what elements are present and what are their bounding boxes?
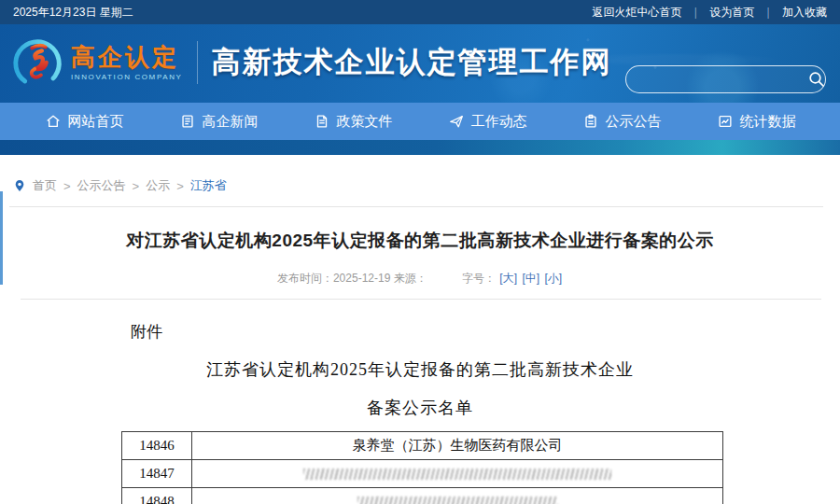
home-icon xyxy=(45,113,62,130)
paper-plane-icon xyxy=(448,113,465,130)
nav-label: 公示公告 xyxy=(606,113,662,131)
crumb-home[interactable]: 首页 xyxy=(33,177,57,194)
logo-swirl-icon xyxy=(9,35,67,90)
breadcrumb: 首页 > 公示公告 > 公示 > 江苏省 xyxy=(0,155,840,194)
table-row: 14848 xyxy=(122,488,723,504)
font-size-label: 字号： xyxy=(462,272,496,285)
brand-divider xyxy=(197,41,198,84)
nav-item-statistics[interactable]: 统计数据 xyxy=(717,113,796,131)
nav-item-updates[interactable]: 工作动态 xyxy=(448,113,527,131)
logo-title: 高企认定 xyxy=(71,45,182,69)
location-pin-icon xyxy=(13,178,26,193)
crumb-publicity[interactable]: 公示 xyxy=(146,177,170,194)
search-input[interactable] xyxy=(626,66,807,92)
link-torch-center-home[interactable]: 返回火炬中心首页 xyxy=(592,5,681,21)
serial-number: 14846 xyxy=(122,432,192,460)
article-meta: 发布时间：2025-12-19 来源： 字号： [大] [中] [小] xyxy=(0,271,840,287)
company-name: 泉养堂（江苏）生物医药有限公司 xyxy=(192,432,723,460)
main-navigation: 网站首页 高企新闻 政策文件 工作动态 xyxy=(0,103,840,140)
redacted-company-name xyxy=(303,469,611,480)
source-label: 来源： xyxy=(394,272,427,285)
link-add-favorite[interactable]: 加入收藏 xyxy=(782,5,827,21)
publish-time-label: 发布时间： xyxy=(277,272,333,285)
font-size-small[interactable]: [小] xyxy=(544,272,562,285)
table-row: 14847 xyxy=(122,460,723,488)
site-header: 高企认定 INNOVATION COMPANY 高新技术企业认定管理工作网 xyxy=(0,24,840,103)
policy-document-icon xyxy=(314,113,330,130)
crumb-separator: > xyxy=(133,179,140,193)
header-bottom-strip xyxy=(0,140,840,155)
nav-label: 统计数据 xyxy=(740,113,796,131)
nav-label: 工作动态 xyxy=(471,113,527,131)
top-utility-bar: 2025年12月23日 星期二 返回火炬中心首页 ｜ 设为首页 ｜ 加入收藏 xyxy=(0,0,840,24)
crumb-separator: > xyxy=(63,179,71,193)
font-size-medium[interactable]: [中] xyxy=(522,272,539,285)
link-separator: ｜ xyxy=(763,5,774,21)
table-row: 14846 泉养堂（江苏）生物医药有限公司 xyxy=(122,432,723,460)
nav-item-news[interactable]: 高企新闻 xyxy=(179,113,259,131)
font-size-large[interactable]: [大] xyxy=(499,272,517,285)
link-set-homepage[interactable]: 设为首页 xyxy=(709,5,754,21)
news-icon xyxy=(179,113,196,130)
divider xyxy=(21,299,821,300)
divider xyxy=(9,206,823,207)
search-box xyxy=(625,65,826,93)
search-button[interactable] xyxy=(807,66,825,92)
clipboard-icon xyxy=(582,113,599,130)
crumb-jiangsu[interactable]: 江苏省 xyxy=(190,177,227,194)
nav-label: 高企新闻 xyxy=(203,113,259,131)
link-separator: ｜ xyxy=(690,5,701,21)
crumb-separator: > xyxy=(176,179,184,193)
company-table: 14846 泉养堂（江苏）生物医药有限公司 14847 14848 xyxy=(121,431,723,504)
nav-item-announcements[interactable]: 公示公告 xyxy=(582,113,662,131)
publish-date: 2025-12-19 xyxy=(333,272,390,285)
left-edge-widget xyxy=(0,191,3,285)
list-title-line1: 江苏省认定机构2025年认定报备的第二批高新技术企业 xyxy=(0,358,840,381)
serial-number: 14847 xyxy=(122,460,192,488)
company-name-cell xyxy=(192,460,723,488)
redacted-company-name xyxy=(357,497,558,504)
page-content: 首页 > 公示公告 > 公示 > 江苏省 对江苏省认定机构2025年认定报备的第… xyxy=(0,155,840,504)
current-date: 2025年12月23日 星期二 xyxy=(13,5,133,21)
nav-item-home[interactable]: 网站首页 xyxy=(45,113,124,131)
site-logo[interactable]: 高企认定 INNOVATION COMPANY 高新技术企业认定管理工作网 xyxy=(9,35,611,90)
search-icon xyxy=(808,71,825,88)
nav-item-policy[interactable]: 政策文件 xyxy=(314,113,393,131)
company-name-cell xyxy=(192,488,723,504)
attachment-label: 附件 xyxy=(131,321,840,343)
site-title: 高新技术企业认定管理工作网 xyxy=(211,43,611,82)
nav-label: 网站首页 xyxy=(68,113,124,131)
nav-label: 政策文件 xyxy=(337,113,393,131)
logo-subtitle: INNOVATION COMPANY xyxy=(71,73,182,81)
article-title: 对江苏省认定机构2025年认定报备的第二批高新技术企业进行备案的公示 xyxy=(0,229,840,253)
statistics-chart-icon xyxy=(717,113,734,130)
serial-number: 14848 xyxy=(122,488,192,504)
list-title-line2: 备案公示名单 xyxy=(0,397,840,419)
crumb-announcements[interactable]: 公示公告 xyxy=(77,177,126,194)
